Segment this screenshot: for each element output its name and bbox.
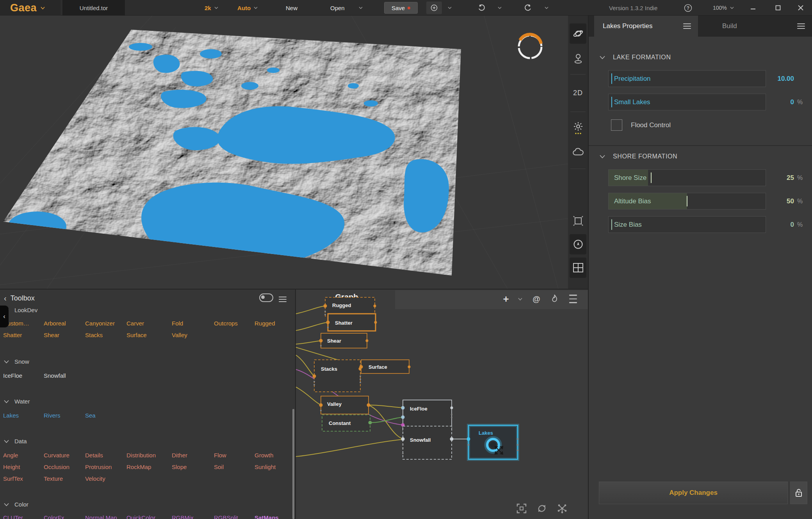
- toolbox-item[interactable]: Canyonizer: [85, 320, 126, 332]
- section-shore-formation[interactable]: SHORE FORMATION: [600, 153, 677, 160]
- toolbox-item[interactable]: RGBSplit: [214, 514, 255, 519]
- toolbox-item[interactable]: Height: [3, 464, 44, 475]
- graph-panel[interactable]: Graph + @: [296, 290, 588, 519]
- redo-dropdown[interactable]: [545, 0, 548, 16]
- section-lake-formation[interactable]: LAKE FORMATION: [600, 54, 671, 61]
- save-button[interactable]: Save: [384, 2, 418, 14]
- toolbox-category-water[interactable]: Water: [4, 398, 30, 405]
- toolbox-item[interactable]: Snowfall: [44, 372, 85, 384]
- toolbox-item[interactable]: RGBMix: [172, 514, 214, 519]
- toolbox-item[interactable]: Sea: [85, 412, 126, 424]
- toolbox-item[interactable]: Soil: [214, 464, 255, 475]
- minimize-button[interactable]: [750, 0, 756, 16]
- open-button[interactable]: Open: [330, 0, 363, 16]
- toolbox-item[interactable]: Growth: [255, 452, 294, 464]
- toolbox-category-color[interactable]: Color: [4, 501, 28, 508]
- new-button[interactable]: New: [286, 0, 297, 16]
- node-surface[interactable]: Surface: [360, 360, 411, 373]
- node-valley[interactable]: Valley: [319, 396, 370, 414]
- toolbox-item[interactable]: Arboreal: [44, 320, 85, 332]
- toolbox-item[interactable]: Distribution: [126, 452, 172, 464]
- toolbox-item[interactable]: Custom…: [3, 320, 44, 332]
- help-button[interactable]: ?: [684, 0, 692, 16]
- tab-lakes-properties[interactable]: Lakes Properties: [594, 16, 698, 37]
- terrain-3d-viewport[interactable]: [0, 16, 568, 289]
- toolbox-item[interactable]: Angle: [3, 452, 44, 464]
- node-snowfall[interactable]: Snowfall: [401, 426, 454, 459]
- node-stacks[interactable]: Stacks: [313, 360, 362, 392]
- toolbox-item[interactable]: CLUTer: [3, 514, 44, 519]
- toolbox-item[interactable]: Texture: [44, 475, 85, 487]
- toolbox-item[interactable]: Lakes: [3, 412, 44, 424]
- view-2d-button[interactable]: 2D: [568, 83, 588, 103]
- refresh-graph-button[interactable]: [537, 503, 547, 514]
- node-constant[interactable]: Constant: [322, 415, 372, 431]
- field-size-bias[interactable]: Size Bias: [608, 216, 766, 233]
- resolution-dropdown[interactable]: 2k: [205, 0, 218, 16]
- toolbox-item[interactable]: Carver: [126, 320, 172, 332]
- toolbox-item[interactable]: IceFloe: [3, 372, 44, 384]
- toolbox-menu-button[interactable]: [279, 295, 287, 304]
- fit-graph-button[interactable]: [516, 503, 527, 514]
- toolbox-item[interactable]: Curvature: [44, 452, 85, 464]
- undo-dropdown[interactable]: [498, 0, 502, 16]
- document-tab[interactable]: Untitled.tor: [62, 0, 125, 16]
- toolbox-item[interactable]: Normal Map: [85, 514, 126, 519]
- field-shore-size[interactable]: Shore Size: [608, 169, 766, 186]
- atmosphere-button[interactable]: [568, 142, 588, 162]
- maximize-button[interactable]: [775, 0, 781, 16]
- node-shear[interactable]: Shear: [319, 333, 369, 348]
- toolbox-item[interactable]: Dither: [172, 452, 214, 464]
- tab-menu-icon[interactable]: [797, 22, 805, 30]
- add-resource-dropdown[interactable]: [448, 0, 452, 16]
- toolbox-item[interactable]: Fold: [172, 320, 214, 332]
- toolbox-item[interactable]: Stacks: [85, 332, 126, 343]
- frame-region-button[interactable]: [568, 211, 588, 231]
- toolbox-item[interactable]: Rugged: [255, 320, 294, 332]
- node-connections-button[interactable]: [557, 503, 567, 514]
- field-precipitation[interactable]: Precipitation: [608, 70, 766, 87]
- toolbox-item[interactable]: Rivers: [44, 412, 85, 424]
- toolbox-category-data[interactable]: Data: [4, 438, 27, 444]
- toolbox-item[interactable]: Details: [85, 452, 126, 464]
- toolbox-flyout-handle[interactable]: ‹: [0, 306, 9, 327]
- node-graph-canvas[interactable]: Rugged Shatter Shear Stacks: [296, 290, 588, 519]
- toolbox-scrollbar[interactable]: [292, 409, 294, 519]
- toolbox-item[interactable]: Flow: [214, 452, 255, 464]
- toolbox-item[interactable]: Valley: [172, 332, 214, 343]
- add-resource-button[interactable]: [426, 2, 442, 14]
- lighting-button[interactable]: [568, 118, 588, 138]
- collapse-toolbox-icon[interactable]: ‹: [4, 294, 7, 303]
- toolbox-item[interactable]: Shear: [44, 332, 85, 343]
- node-shatter[interactable]: Shatter: [326, 314, 377, 331]
- toolbox-item[interactable]: SatMaps: [255, 514, 294, 519]
- close-button[interactable]: [798, 0, 803, 16]
- toolbox-item[interactable]: SurfTex: [3, 475, 44, 487]
- redo-button[interactable]: [524, 0, 532, 16]
- toolbox-item[interactable]: Surface: [126, 332, 172, 343]
- orbit-view-button[interactable]: [570, 23, 586, 44]
- toolbox-category-lookdev[interactable]: LookDev: [4, 307, 37, 313]
- field-altitude-bias[interactable]: Altitude Bias: [608, 193, 766, 210]
- layout-grid-button[interactable]: [570, 258, 586, 278]
- toolbox-item[interactable]: Slope: [172, 464, 214, 475]
- toolbox-item[interactable]: ColorFx: [44, 514, 85, 519]
- node-lakes[interactable]: Lakes: [467, 425, 519, 459]
- toolbox-item[interactable]: QuickColor: [126, 514, 172, 519]
- compass-button[interactable]: [570, 234, 586, 254]
- build-mode-dropdown[interactable]: Auto: [237, 0, 258, 16]
- toolbox-item[interactable]: Protrusion: [85, 464, 126, 475]
- apply-changes-button[interactable]: Apply Changes: [599, 482, 788, 504]
- toolbox-item[interactable]: RockMap: [126, 464, 172, 475]
- undo-button[interactable]: [477, 0, 486, 16]
- app-menu-button[interactable]: Gaea: [0, 0, 61, 16]
- toolbox-compact-toggle[interactable]: [259, 293, 273, 302]
- camera-location-button[interactable]: [568, 48, 588, 69]
- toolbox-item[interactable]: Shatter: [3, 332, 44, 343]
- toolbox-item[interactable]: Outcrops: [214, 320, 255, 332]
- toolbox-category-snow[interactable]: Snow: [4, 358, 29, 365]
- lock-button[interactable]: [790, 482, 807, 504]
- toolbox-item[interactable]: Occlusion: [44, 464, 85, 475]
- flood-control-checkbox[interactable]: [611, 119, 622, 131]
- tab-build[interactable]: Build: [704, 16, 812, 37]
